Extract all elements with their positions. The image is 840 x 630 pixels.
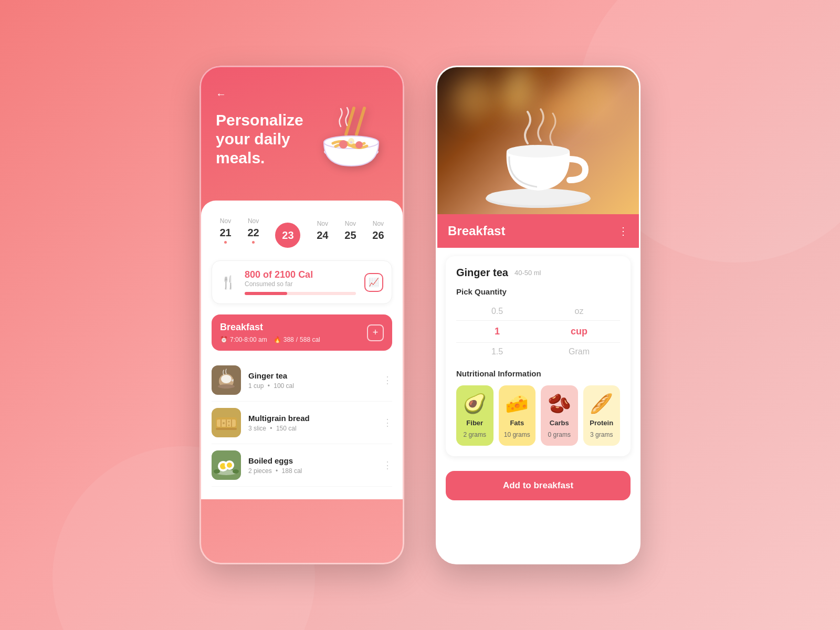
svg-point-7 — [355, 141, 363, 149]
carbs-amount: 0 grams — [548, 431, 571, 438]
add-to-breakfast-button[interactable]: Add to breakfast — [446, 471, 631, 500]
food-name: Ginger tea — [248, 371, 375, 380]
carbs-name: Carbs — [550, 419, 569, 427]
protein-name: Protein — [590, 419, 613, 427]
right-section-header: Breakfast ⋮ — [437, 214, 639, 248]
calorie-info: 800 of 2100 Cal Consumed so far — [245, 269, 356, 295]
svg-point-20 — [223, 422, 225, 424]
qty-row-1[interactable]: 1 cup — [456, 321, 620, 342]
protein-amount: 3 grams — [590, 431, 613, 438]
tea-cup-svg — [459, 88, 617, 214]
date-dot — [224, 241, 227, 244]
calorie-tracker: 🍴 800 of 2100 Cal Consumed so far 📈 — [212, 260, 392, 304]
date-item-nov25[interactable]: Nov 25 — [344, 220, 356, 242]
more-options-icon[interactable]: ⋮ — [383, 417, 392, 428]
food-item-multigrain-bread[interactable]: Multigrain bread 3 slice • 150 cal ⋮ — [212, 402, 392, 444]
date-dot — [252, 241, 255, 244]
fork-knife-icon: 🍴 — [220, 275, 236, 290]
svg-point-29 — [214, 469, 220, 474]
svg-line-1 — [356, 108, 364, 134]
svg-point-21 — [228, 421, 230, 423]
breakfast-meta: ⏰ 7:00-8:00 am 🔥 388 / 588 cal — [220, 336, 320, 343]
svg-point-5 — [339, 140, 348, 149]
food-info-ginger-tea: Ginger tea 1 cup • 100 cal — [248, 371, 375, 390]
food-meta: 2 pieces • 188 cal — [248, 467, 375, 475]
svg-line-0 — [346, 108, 354, 134]
quantity-picker[interactable]: 0.5 oz 1 cup 1.5 Gram — [456, 302, 620, 361]
calories-consumed: 800 — [245, 269, 260, 280]
nutrition-grid: 🥑 Fiber 2 grams 🧀 Fats 10 grams 🫘 Carbs … — [456, 385, 620, 446]
food-name: Boiled eggs — [248, 456, 375, 465]
more-options-icon[interactable]: ⋮ — [383, 459, 392, 471]
svg-rect-16 — [216, 428, 237, 430]
svg-point-32 — [487, 188, 590, 205]
date-picker[interactable]: Nov 21 Nov 22 Nov 23 Nov 24 — [212, 213, 392, 248]
item-title-row: Ginger tea 40-50 ml — [456, 267, 620, 279]
section-title: Breakfast — [448, 224, 505, 238]
fiber-name: Fiber — [466, 419, 483, 427]
food-info-multigrain-bread: Multigrain bread 3 slice • 150 cal — [248, 414, 375, 432]
bowl-icon — [314, 106, 388, 185]
svg-point-12 — [221, 375, 232, 383]
svg-point-33 — [507, 145, 570, 158]
food-item-boiled-eggs[interactable]: Boiled eggs 2 pieces • 188 cal ⋮ — [212, 444, 392, 487]
fiber-amount: 2 grams — [464, 431, 486, 438]
food-meta: 3 slice • 150 cal — [248, 425, 375, 432]
protein-icon: 🥖 — [590, 393, 613, 415]
calorie-numbers: 800 of 2100 Cal — [245, 269, 356, 280]
svg-point-27 — [227, 463, 232, 468]
nutrition-card-fats: 🧀 Fats 10 grams — [499, 385, 536, 446]
svg-point-30 — [233, 469, 239, 474]
qty-row-0-5[interactable]: 0.5 oz — [456, 302, 620, 320]
more-options-icon[interactable]: ⋮ — [383, 374, 392, 386]
item-subtitle: 40-50 ml — [514, 269, 541, 277]
food-meta: 1 cup • 100 cal — [248, 382, 375, 390]
food-image-multigrain-bread — [212, 408, 241, 437]
svg-point-8 — [350, 141, 352, 143]
food-image-ginger-tea — [212, 365, 241, 395]
fiber-icon: 🥑 — [463, 393, 487, 415]
detail-card: Ginger tea 40-50 ml Pick Quantity 0.5 oz… — [446, 256, 631, 456]
nutrition-label: Nutritional Information — [456, 369, 620, 378]
food-list: Ginger tea 1 cup • 100 cal ⋮ — [212, 359, 392, 487]
item-main-title: Ginger tea — [456, 267, 508, 279]
nutrition-card-protein: 🥖 Protein 3 grams — [583, 385, 621, 446]
add-breakfast-button[interactable]: + — [367, 324, 384, 341]
fats-name: Fats — [510, 419, 524, 427]
date-item-nov24[interactable]: Nov 24 — [317, 220, 328, 242]
quantity-label: Pick Quantity — [456, 287, 620, 296]
tea-image-area — [437, 67, 639, 214]
calorie-bar-bg — [245, 292, 356, 295]
food-image-boiled-eggs — [212, 450, 241, 480]
nutrition-card-fiber: 🥑 Fiber 2 grams — [456, 385, 494, 446]
breakfast-title: Breakfast — [220, 322, 320, 333]
fats-icon: 🧀 — [505, 393, 529, 415]
back-arrow[interactable]: ← — [216, 88, 388, 100]
right-phone: Breakfast ⋮ Ginger tea 40-50 ml Pick Qua… — [436, 66, 640, 564]
breakfast-info: Breakfast ⏰ 7:00-8:00 am 🔥 388 / 588 cal — [220, 322, 320, 343]
date-item-nov23[interactable]: Nov 23 — [275, 213, 300, 248]
breakfast-calories: 🔥 388 / 588 cal — [274, 336, 320, 343]
chart-icon[interactable]: 📈 — [364, 273, 383, 292]
calorie-label: Consumed so far — [245, 280, 356, 288]
more-options-button[interactable]: ⋮ — [618, 225, 628, 237]
breakfast-header: Breakfast ⏰ 7:00-8:00 am 🔥 388 / 588 cal — [212, 314, 392, 351]
svg-point-22 — [228, 425, 230, 426]
food-item-ginger-tea[interactable]: Ginger tea 1 cup • 100 cal ⋮ — [212, 359, 392, 402]
date-item-nov26[interactable]: Nov 26 — [372, 220, 384, 242]
nutrition-card-carbs: 🫘 Carbs 0 grams — [541, 385, 578, 446]
qty-row-1-5[interactable]: 1.5 Gram — [456, 343, 620, 361]
breakfast-time: ⏰ 7:00-8:00 am — [220, 336, 267, 343]
left-header: ← Personalize your daily meals. — [201, 67, 403, 195]
date-item-nov22[interactable]: Nov 22 — [247, 217, 259, 244]
food-info-boiled-eggs: Boiled eggs 2 pieces • 188 cal — [248, 456, 375, 475]
left-phone: ← Personalize your daily meals. — [200, 66, 404, 564]
date-item-nov21[interactable]: Nov 21 — [219, 217, 231, 244]
carbs-icon: 🫘 — [548, 393, 571, 415]
white-card: Nov 21 Nov 22 Nov 23 Nov 24 — [201, 201, 403, 499]
header-title: Personalize your daily meals. — [216, 111, 314, 167]
fats-amount: 10 grams — [504, 431, 530, 438]
calorie-bar-fill — [245, 292, 287, 295]
svg-point-11 — [218, 384, 235, 388]
calories-unit: Cal — [298, 269, 313, 280]
